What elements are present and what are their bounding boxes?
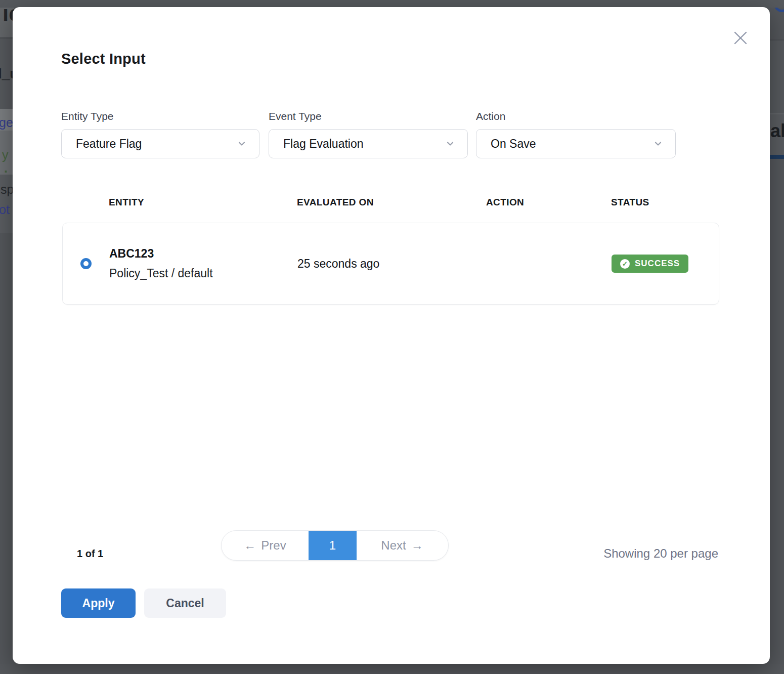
arrow-left-icon: ← [244, 538, 256, 553]
entity-type-value: Feature Flag [76, 137, 237, 151]
background-text-fragment: y [2, 148, 9, 162]
entity-detail: Policy_Test / default [109, 267, 297, 280]
cancel-button[interactable]: Cancel [144, 588, 226, 618]
chevron-down-icon [237, 139, 247, 149]
select-input-modal: Select Input Entity Type Feature Flag Ev… [13, 7, 770, 664]
current-page-button[interactable]: 1 [309, 531, 357, 560]
column-header-action: ACTION [486, 197, 611, 208]
results-table-body: ABC123 Policy_Test / default 25 seconds … [62, 223, 719, 305]
entity-cell: ABC123 Policy_Test / default [109, 247, 297, 280]
background-text-fragment: al [770, 120, 784, 142]
entity-type-select[interactable]: Feature Flag [61, 129, 259, 158]
arrow-right-icon: → [411, 538, 423, 553]
entity-type-filter: Entity Type Feature Flag [61, 110, 259, 158]
dimmed-background-bottom-bar [0, 664, 784, 674]
close-button[interactable] [731, 28, 750, 48]
event-type-value: Flag Evaluation [283, 137, 445, 151]
background-text-fragment: . [4, 161, 8, 176]
pagination-control: ← Prev 1 Next → [221, 530, 449, 561]
background-text-fragment: ot [0, 202, 10, 217]
action-label: Action [476, 110, 676, 122]
column-header-status: STATUS [611, 197, 719, 208]
chevron-down-icon [653, 139, 663, 149]
evaluated-on-cell: 25 seconds ago [297, 257, 487, 271]
backdrop-band [770, 40, 784, 113]
event-type-filter: Event Type Flag Evaluation [269, 110, 468, 158]
results-table-header: ENTITY EVALUATED ON ACTION STATUS [62, 189, 719, 216]
background-text-fragment: ge [0, 115, 13, 130]
action-filter: Action On Save [476, 110, 676, 158]
close-icon [733, 30, 748, 46]
entity-type-label: Entity Type [61, 110, 259, 122]
prev-label: Prev [261, 538, 286, 553]
action-select[interactable]: On Save [476, 129, 676, 158]
status-cell: ✓ SUCCESS [612, 255, 719, 273]
dimmed-background-right: al [770, 0, 784, 674]
column-header-evaluated-on: EVALUATED ON [297, 197, 486, 208]
per-page-text: Showing 20 per page [506, 538, 718, 569]
event-type-label: Event Type [269, 110, 468, 122]
dimmed-background-top-bar [0, 0, 784, 8]
background-tab-indicator [770, 155, 784, 159]
event-type-select[interactable]: Flag Evaluation [269, 129, 468, 158]
status-label: SUCCESS [635, 259, 680, 269]
column-header-entity: ENTITY [109, 197, 297, 208]
table-row[interactable]: ABC123 Policy_Test / default 25 seconds … [63, 223, 719, 304]
page-summary: 1 of 1 [77, 538, 103, 569]
status-badge: ✓ SUCCESS [612, 255, 688, 273]
apply-button[interactable]: Apply [61, 588, 136, 618]
entity-name: ABC123 [109, 247, 297, 261]
chevron-down-icon [445, 139, 455, 149]
dimmed-background-left: ic l_u ge y . sp ot [0, 0, 14, 674]
prev-page-button[interactable]: ← Prev [222, 531, 309, 560]
background-text-fragment: l_u [0, 66, 14, 82]
next-page-button[interactable]: Next → [357, 531, 448, 560]
radio-selected-icon[interactable] [80, 258, 92, 269]
row-radio-cell [63, 258, 109, 269]
modal-title: Select Input [61, 51, 146, 67]
action-value: On Save [491, 137, 653, 151]
next-label: Next [381, 538, 406, 553]
backdrop-band [770, 8, 784, 39]
background-text-fragment: sp [1, 182, 14, 197]
check-circle-icon: ✓ [620, 259, 630, 269]
